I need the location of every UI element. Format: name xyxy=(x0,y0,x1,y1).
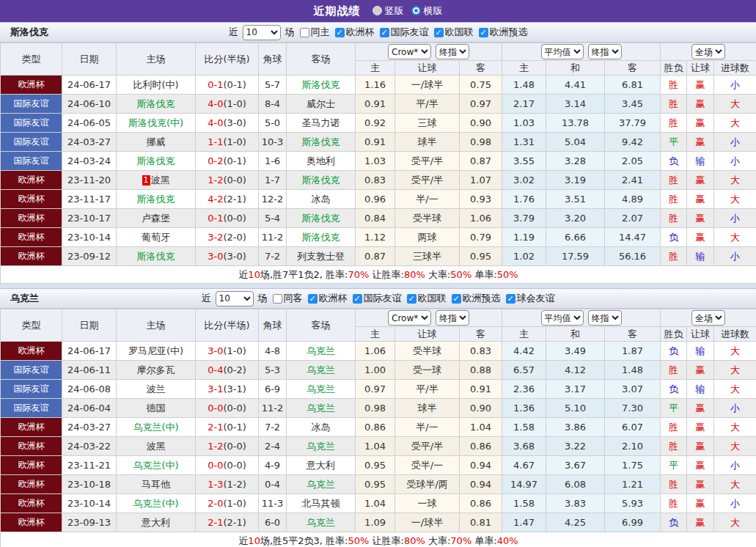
home-team-cell: 乌克兰(中) xyxy=(117,494,196,513)
league-filter[interactable]: ✓欧洲预选 xyxy=(452,292,501,305)
away-team-cell: 斯洛伐克 xyxy=(287,76,356,95)
away-team[interactable]: 冰岛 xyxy=(312,422,331,433)
odds-handicap: 受半球 xyxy=(395,342,460,361)
home-team[interactable]: 葡萄牙 xyxy=(142,232,170,243)
away-team[interactable]: 乌克兰 xyxy=(307,403,335,414)
away-team[interactable]: 斯洛伐克 xyxy=(302,79,340,90)
away-team-cell: 乌克兰 xyxy=(287,437,356,456)
header-select[interactable]: 全场 xyxy=(691,44,725,59)
odds-away: 0.94 xyxy=(460,475,502,494)
away-team[interactable]: 乌克兰 xyxy=(307,383,335,394)
avg-away: 2.07 xyxy=(605,209,661,228)
away-team[interactable]: 斯洛伐克 xyxy=(302,213,340,224)
result-goals: 小 xyxy=(714,76,756,95)
checkbox-icon: ✓ xyxy=(407,294,416,304)
result-handicap: 赢 xyxy=(687,209,714,228)
header-select[interactable]: 全场 xyxy=(691,310,725,326)
away-team[interactable]: 乌克兰 xyxy=(307,479,335,490)
away-team[interactable]: 威尔士 xyxy=(307,98,335,109)
home-team[interactable]: 挪威 xyxy=(147,136,166,147)
home-team[interactable]: 比利时(中) xyxy=(133,79,178,90)
league-filter[interactable]: ✓国际友谊 xyxy=(353,292,402,305)
away-team[interactable]: 乌克兰 xyxy=(307,345,335,356)
header-select[interactable]: 终指 xyxy=(588,310,622,326)
corners: 6-9 xyxy=(259,380,287,399)
halftime-score: (0-0) xyxy=(223,441,246,452)
home-team[interactable]: 意大利 xyxy=(142,517,170,528)
result-outcome: 胜 xyxy=(661,76,687,95)
league-filter[interactable]: ✓国际友谊 xyxy=(380,26,429,39)
away-team[interactable]: 乌克兰 xyxy=(307,441,335,452)
league-filter[interactable]: ✓欧洲杯 xyxy=(335,26,375,39)
home-team[interactable]: 斯洛伐克 xyxy=(137,251,175,262)
same-venue-label: 同主 xyxy=(311,26,330,39)
home-team[interactable]: 波黑 xyxy=(147,441,166,452)
away-team[interactable]: 乌克兰 xyxy=(307,364,335,375)
header-select[interactable]: 平均值 xyxy=(541,310,584,326)
home-team-cell: 挪威 xyxy=(117,133,196,152)
home-team[interactable]: 波黑 xyxy=(151,175,170,186)
away-team[interactable]: 斯洛伐克 xyxy=(302,232,340,243)
home-team[interactable]: 斯洛伐克(中) xyxy=(128,117,183,128)
away-team[interactable]: 冰岛 xyxy=(312,194,331,205)
result-outcome: 胜 xyxy=(661,247,687,266)
layout-radio-option[interactable]: 竖版 xyxy=(373,4,404,18)
league-filter[interactable]: ✓欧国联 xyxy=(407,292,447,305)
league-filter[interactable]: ✓欧洲杯 xyxy=(308,292,348,305)
away-team[interactable]: 列支敦士登 xyxy=(297,251,345,262)
layout-radio-selected[interactable]: 横版 xyxy=(411,4,443,18)
match-count-select[interactable]: 10 xyxy=(216,291,254,306)
competition-type: 欧洲杯 xyxy=(1,513,62,532)
fulltime-score: 1-1 xyxy=(208,136,223,147)
score-cell: 4-2(2-1) xyxy=(196,190,259,209)
header-select[interactable]: 终指 xyxy=(436,44,469,59)
avg-away: 9.42 xyxy=(605,133,661,152)
away-team[interactable]: 乌克兰 xyxy=(307,517,335,528)
avg-draw: 5.10 xyxy=(546,399,605,418)
same-venue-filter[interactable]: 同客 xyxy=(273,292,303,305)
away-team[interactable]: 斯洛伐克 xyxy=(302,175,340,186)
away-team[interactable]: 意大利 xyxy=(307,460,335,471)
summary-segment: 70% xyxy=(348,269,370,280)
result-goals: 大 xyxy=(714,380,756,399)
competition-type: 国际友谊 xyxy=(1,133,62,152)
home-team[interactable]: 乌克兰(中) xyxy=(133,460,178,471)
away-team[interactable]: 圣马力诺 xyxy=(302,117,340,128)
corners: 4-9 xyxy=(259,456,287,475)
home-team[interactable]: 斯洛伐克 xyxy=(137,155,175,166)
home-team[interactable]: 波兰 xyxy=(147,383,166,394)
odds-handicap: 受半/一 xyxy=(395,456,460,475)
result-outcome: 胜 xyxy=(661,114,687,133)
home-team[interactable]: 卢森堡 xyxy=(142,213,170,224)
league-filter[interactable]: ✓球会友谊 xyxy=(506,292,555,305)
same-venue-filter[interactable]: 同主 xyxy=(300,26,330,39)
home-team-cell: 乌克兰(中) xyxy=(117,456,196,475)
home-team[interactable]: 乌克兰(中) xyxy=(133,422,178,433)
result-handicap: 赢 xyxy=(687,114,714,133)
home-team[interactable]: 乌克兰(中) xyxy=(133,498,178,509)
header-select[interactable]: Crow* xyxy=(388,310,431,326)
score-cell: 0-4(0-2) xyxy=(196,361,259,380)
team-section: 斯洛伐克 近10场 同主 ✓欧洲杯✓国际友谊✓欧国联✓欧洲预选 类型日期主场比分… xyxy=(0,22,756,284)
home-team[interactable]: 斯洛伐克 xyxy=(137,194,175,205)
league-filter[interactable]: ✓欧洲预选 xyxy=(479,26,528,39)
sub-column-header: 让球 xyxy=(395,61,460,76)
result-outcome: 平 xyxy=(661,399,687,418)
home-team[interactable]: 摩尔多瓦 xyxy=(137,364,175,375)
home-team[interactable]: 德国 xyxy=(147,403,166,414)
match-row: 欧洲杯 23-11-17 斯洛伐克 4-2(2-1) 12-2 冰岛 0.96 … xyxy=(1,190,756,209)
match-date: 24-06-11 xyxy=(62,361,117,380)
match-count-select[interactable]: 10 xyxy=(243,25,281,40)
home-team[interactable]: 罗马尼亚(中) xyxy=(128,345,183,356)
header-select[interactable]: Crow* xyxy=(388,44,431,59)
header-select[interactable]: 平均值 xyxy=(541,44,584,59)
header-select[interactable]: 终指 xyxy=(588,44,622,59)
league-filter[interactable]: ✓欧国联 xyxy=(434,26,474,39)
header-select[interactable]: 终指 xyxy=(436,310,469,326)
away-team[interactable]: 北马其顿 xyxy=(302,498,340,509)
away-team[interactable]: 奥地利 xyxy=(307,155,335,166)
odds-away: 0.90 xyxy=(460,399,502,418)
home-team[interactable]: 斯洛伐克 xyxy=(137,98,175,109)
away-team[interactable]: 斯洛伐克 xyxy=(302,136,340,147)
home-team[interactable]: 马耳他 xyxy=(142,479,170,490)
